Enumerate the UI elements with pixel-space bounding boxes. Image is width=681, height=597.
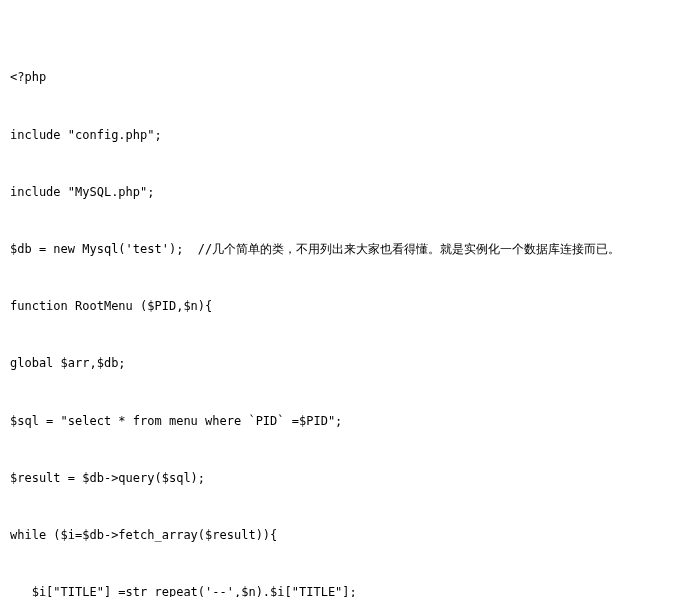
code-line: include "config.php"; bbox=[10, 128, 671, 144]
code-line: global $arr,$db; bbox=[10, 356, 671, 372]
code-line: include "MySQL.php"; bbox=[10, 185, 671, 201]
code-line: $result = $db->query($sql); bbox=[10, 471, 671, 487]
code-line: function RootMenu ($PID,$n){ bbox=[10, 299, 671, 315]
code-line: while ($i=$db->fetch_array($result)){ bbox=[10, 528, 671, 544]
code-line: $sql = "select * from menu where `PID` =… bbox=[10, 414, 671, 430]
code-line: $i["TITLE"] =str_repeat('--',$n).$i["TIT… bbox=[10, 585, 671, 597]
code-line: <?php bbox=[10, 70, 671, 86]
code-line: $db = new Mysql('test'); //几个简单的类，不用列出来大… bbox=[10, 242, 671, 258]
